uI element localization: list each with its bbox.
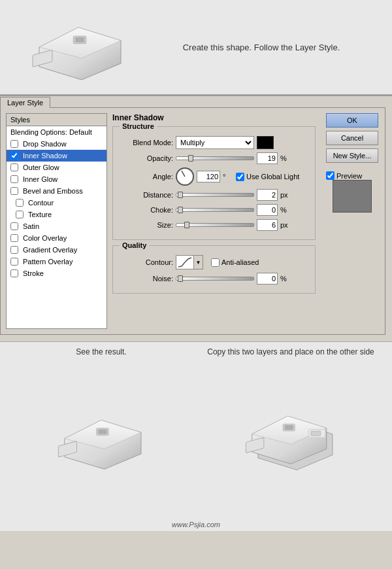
angle-input[interactable] bbox=[197, 171, 220, 182]
blend-mode-select[interactable]: Multiply Normal Screen bbox=[176, 136, 254, 149]
bottom-captions: See the result. Copy this two layers and… bbox=[0, 342, 392, 359]
choke-thumb[interactable] bbox=[178, 207, 183, 213]
angle-label: Angle: bbox=[121, 173, 173, 181]
noise-slider[interactable] bbox=[176, 277, 254, 281]
size-thumb[interactable] bbox=[184, 222, 189, 228]
anti-aliased-label[interactable]: Anti-aliased bbox=[211, 258, 259, 267]
noise-label: Noise: bbox=[121, 275, 173, 283]
inner-shadow-panel: Inner Shadow Structure Blend Mode: Multi… bbox=[107, 113, 321, 329]
choke-slider[interactable] bbox=[176, 208, 254, 212]
opacity-slider[interactable] bbox=[176, 156, 254, 160]
gradient-overlay-label: Gradient Overlay bbox=[23, 246, 77, 254]
distance-thumb[interactable] bbox=[178, 192, 183, 198]
distance-input[interactable] bbox=[257, 189, 278, 201]
dialog-buttons: OK Cancel New Style... Preview bbox=[321, 113, 380, 329]
satin-checkbox[interactable] bbox=[10, 222, 18, 230]
contour-curve-icon bbox=[178, 257, 192, 267]
structure-box: Structure Blend Mode: Multiply Normal Sc… bbox=[112, 126, 316, 240]
sidebar-item-blending-options[interactable]: Blending Options: Default bbox=[7, 126, 106, 138]
satin-label: Satin bbox=[23, 222, 39, 230]
size-slider[interactable] bbox=[176, 223, 254, 227]
top-usb-image bbox=[13, 8, 144, 86]
preview-label[interactable]: Preview bbox=[326, 171, 378, 180]
sidebar-item-stroke[interactable]: Stroke bbox=[7, 267, 106, 279]
texture-checkbox[interactable] bbox=[16, 211, 24, 218]
outer-glow-label: Outer Glow bbox=[23, 164, 59, 171]
sidebar-item-gradient-overlay[interactable]: Gradient Overlay bbox=[7, 244, 106, 256]
inner-shadow-checkbox[interactable] bbox=[10, 152, 18, 160]
sidebar-item-bevel-emboss[interactable]: Bevel and Emboss bbox=[7, 185, 106, 197]
drop-shadow-checkbox[interactable] bbox=[10, 140, 18, 148]
choke-label: Choke: bbox=[121, 206, 173, 214]
usb-shape-bottom-left bbox=[52, 404, 150, 473]
blend-mode-label: Blend Mode: bbox=[121, 139, 173, 147]
angle-row: Angle: ° Use Global Light bbox=[121, 167, 307, 186]
tab-label: Layer Style bbox=[7, 99, 43, 107]
instruction-text: Create this shape. Follow the Layer Styl… bbox=[183, 43, 340, 52]
styles-header-label: Styles bbox=[10, 116, 30, 124]
gradient-overlay-checkbox[interactable] bbox=[10, 246, 18, 254]
inner-glow-checkbox[interactable] bbox=[10, 175, 18, 183]
noise-input[interactable] bbox=[257, 273, 278, 284]
use-global-light-checkbox[interactable] bbox=[236, 173, 244, 181]
sidebar-item-pattern-overlay[interactable]: Pattern Overlay bbox=[7, 256, 106, 267]
sidebar-item-inner-shadow[interactable]: Inner Shadow bbox=[7, 150, 106, 162]
pattern-overlay-checkbox[interactable] bbox=[10, 258, 18, 266]
bevel-emboss-checkbox[interactable] bbox=[10, 187, 18, 195]
sidebar-item-texture[interactable]: Texture bbox=[7, 209, 106, 220]
opacity-thumb[interactable] bbox=[188, 155, 193, 162]
bottom-caption-left: See the result. bbox=[13, 347, 189, 356]
sidebar-item-outer-glow[interactable]: Outer Glow bbox=[7, 162, 106, 173]
noise-thumb[interactable] bbox=[178, 275, 183, 282]
bottom-caption-right: Copy this two layers and place on the ot… bbox=[203, 347, 379, 356]
contour-label: Contour bbox=[28, 199, 54, 207]
anti-aliased-checkbox[interactable] bbox=[211, 258, 220, 267]
sidebar-item-contour[interactable]: Contour bbox=[7, 197, 106, 209]
top-instruction: Create this shape. Follow the Layer Styl… bbox=[144, 43, 379, 52]
contour-form-label: Contour: bbox=[121, 258, 173, 266]
layer-style-tab[interactable]: Layer Style bbox=[0, 97, 50, 108]
preview-swatch bbox=[333, 180, 372, 213]
usb-shape-bottom-right bbox=[242, 404, 340, 473]
sidebar-item-drop-shadow[interactable]: Drop Shadow bbox=[7, 138, 106, 150]
angle-unit: ° bbox=[223, 173, 233, 181]
opacity-input[interactable] bbox=[257, 152, 278, 164]
choke-row: Choke: % bbox=[121, 204, 307, 216]
contour-checkbox[interactable] bbox=[16, 199, 24, 207]
opacity-unit: % bbox=[280, 154, 291, 162]
contour-preview[interactable] bbox=[176, 255, 194, 269]
size-input[interactable] bbox=[257, 219, 278, 231]
contour-control: ▼ bbox=[176, 255, 203, 269]
size-unit: px bbox=[280, 221, 291, 229]
sidebar-item-inner-glow[interactable]: Inner Glow bbox=[7, 173, 106, 185]
quality-box: Quality Contour: ▼ bbox=[112, 245, 316, 294]
sidebar-item-satin[interactable]: Satin bbox=[7, 220, 106, 232]
bottom-section: See the result. Copy this two layers and… bbox=[0, 341, 392, 531]
inner-shadow-label: Inner Shadow bbox=[23, 152, 67, 160]
blend-mode-color-swatch[interactable] bbox=[257, 136, 274, 149]
blending-options-label: Blending Options: Default bbox=[10, 128, 92, 136]
angle-dial[interactable] bbox=[176, 167, 194, 186]
inner-shadow-title: Inner Shadow bbox=[112, 113, 316, 122]
svg-rect-4 bbox=[76, 38, 84, 42]
new-style-button[interactable]: New Style... bbox=[326, 148, 378, 163]
choke-unit: % bbox=[280, 206, 291, 214]
ok-button[interactable]: OK bbox=[326, 113, 378, 128]
noise-unit: % bbox=[280, 275, 291, 283]
inner-shadow-title-text: Inner Shadow bbox=[112, 113, 164, 122]
size-label: Size: bbox=[121, 221, 173, 229]
use-global-light-label[interactable]: Use Global Light bbox=[236, 173, 299, 181]
distance-slider[interactable] bbox=[176, 193, 254, 197]
preview-checkbox[interactable] bbox=[326, 171, 335, 180]
quality-title-text: Quality bbox=[122, 241, 146, 249]
cancel-button[interactable]: Cancel bbox=[326, 131, 378, 145]
usb-shape-top bbox=[26, 11, 131, 83]
angle-needle bbox=[182, 171, 186, 177]
contour-dropdown-button[interactable]: ▼ bbox=[194, 255, 203, 269]
sidebar-item-color-overlay[interactable]: Color Overlay bbox=[7, 232, 106, 244]
outer-glow-checkbox[interactable] bbox=[10, 164, 18, 171]
stroke-checkbox[interactable] bbox=[10, 269, 18, 277]
choke-input[interactable] bbox=[257, 204, 278, 216]
structure-title: Structure bbox=[120, 122, 157, 130]
color-overlay-checkbox[interactable] bbox=[10, 234, 18, 242]
